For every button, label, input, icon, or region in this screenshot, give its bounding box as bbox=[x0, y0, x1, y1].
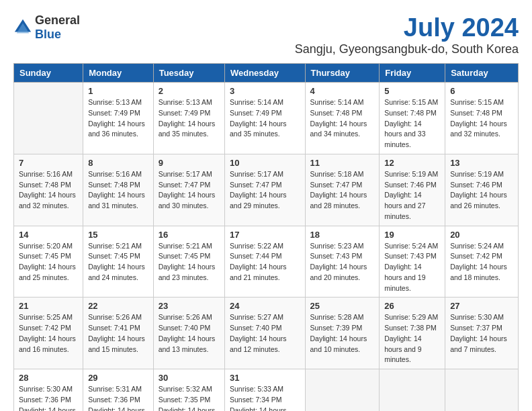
day-info: Sunrise: 5:14 AMSunset: 7:49 PMDaylight:… bbox=[230, 97, 300, 140]
calendar-cell: 12Sunrise: 5:19 AMSunset: 7:46 PMDayligh… bbox=[380, 154, 445, 226]
day-info: Sunrise: 5:24 AMSunset: 7:43 PMDaylight:… bbox=[384, 241, 440, 294]
day-info: Sunrise: 5:21 AMSunset: 7:45 PMDaylight:… bbox=[88, 241, 148, 283]
day-info: Sunrise: 5:17 AMSunset: 7:47 PMDaylight:… bbox=[230, 169, 300, 212]
column-header-saturday: Saturday bbox=[445, 64, 519, 83]
day-number: 19 bbox=[384, 230, 440, 240]
calendar-cell bbox=[305, 369, 380, 412]
week-row-2: 7Sunrise: 5:16 AMSunset: 7:48 PMDaylight… bbox=[14, 154, 519, 226]
day-number: 3 bbox=[230, 86, 300, 96]
day-number: 6 bbox=[450, 86, 513, 96]
column-header-thursday: Thursday bbox=[305, 64, 380, 83]
calendar-cell: 28Sunrise: 5:30 AMSunset: 7:36 PMDayligh… bbox=[14, 369, 83, 412]
week-row-5: 28Sunrise: 5:30 AMSunset: 7:36 PMDayligh… bbox=[14, 369, 519, 412]
header-row: SundayMondayTuesdayWednesdayThursdayFrid… bbox=[14, 64, 519, 83]
day-number: 8 bbox=[88, 158, 148, 168]
day-info: Sunrise: 5:33 AMSunset: 7:34 PMDaylight:… bbox=[230, 384, 300, 411]
day-number: 24 bbox=[230, 301, 300, 311]
day-info: Sunrise: 5:13 AMSunset: 7:49 PMDaylight:… bbox=[88, 97, 148, 140]
day-info: Sunrise: 5:26 AMSunset: 7:40 PMDaylight:… bbox=[159, 312, 220, 355]
title-section: July 2024 Sangju, Gyeongsangbuk-do, Sout… bbox=[295, 13, 519, 56]
day-number: 2 bbox=[159, 86, 220, 96]
calendar-cell bbox=[380, 369, 445, 412]
calendar-cell: 18Sunrise: 5:23 AMSunset: 7:43 PMDayligh… bbox=[305, 226, 380, 298]
day-number: 21 bbox=[19, 301, 78, 311]
day-info: Sunrise: 5:21 AMSunset: 7:45 PMDaylight:… bbox=[159, 241, 220, 283]
day-info: Sunrise: 5:19 AMSunset: 7:46 PMDaylight:… bbox=[450, 169, 513, 212]
day-info: Sunrise: 5:15 AMSunset: 7:48 PMDaylight:… bbox=[450, 97, 513, 140]
calendar-cell bbox=[445, 369, 519, 412]
calendar-cell: 5Sunrise: 5:15 AMSunset: 7:48 PMDaylight… bbox=[380, 83, 445, 154]
day-number: 7 bbox=[19, 158, 78, 168]
calendar-cell: 2Sunrise: 5:13 AMSunset: 7:49 PMDaylight… bbox=[153, 83, 224, 154]
calendar-cell: 1Sunrise: 5:13 AMSunset: 7:49 PMDaylight… bbox=[83, 83, 154, 154]
calendar-cell: 13Sunrise: 5:19 AMSunset: 7:46 PMDayligh… bbox=[445, 154, 519, 226]
day-number: 18 bbox=[310, 230, 375, 240]
day-number: 27 bbox=[450, 301, 513, 311]
day-info: Sunrise: 5:23 AMSunset: 7:43 PMDaylight:… bbox=[310, 241, 375, 283]
logo-icon bbox=[13, 18, 32, 37]
day-info: Sunrise: 5:32 AMSunset: 7:35 PMDaylight:… bbox=[159, 384, 220, 411]
main-title: July 2024 bbox=[295, 13, 519, 42]
day-info: Sunrise: 5:20 AMSunset: 7:45 PMDaylight:… bbox=[19, 241, 78, 283]
day-number: 26 bbox=[384, 301, 440, 311]
calendar-cell: 7Sunrise: 5:16 AMSunset: 7:48 PMDaylight… bbox=[14, 154, 83, 226]
day-info: Sunrise: 5:25 AMSunset: 7:42 PMDaylight:… bbox=[19, 312, 78, 355]
calendar-table: SundayMondayTuesdayWednesdayThursdayFrid… bbox=[13, 63, 519, 411]
week-row-3: 14Sunrise: 5:20 AMSunset: 7:45 PMDayligh… bbox=[14, 226, 519, 298]
calendar-cell: 16Sunrise: 5:21 AMSunset: 7:45 PMDayligh… bbox=[153, 226, 224, 298]
calendar-cell: 9Sunrise: 5:17 AMSunset: 7:47 PMDaylight… bbox=[153, 154, 224, 226]
calendar-cell: 24Sunrise: 5:27 AMSunset: 7:40 PMDayligh… bbox=[224, 298, 305, 369]
day-info: Sunrise: 5:15 AMSunset: 7:48 PMDaylight:… bbox=[384, 97, 440, 150]
day-number: 17 bbox=[230, 230, 300, 240]
day-info: Sunrise: 5:28 AMSunset: 7:39 PMDaylight:… bbox=[310, 312, 375, 355]
day-number: 14 bbox=[19, 230, 78, 240]
day-info: Sunrise: 5:24 AMSunset: 7:42 PMDaylight:… bbox=[450, 241, 513, 283]
day-number: 4 bbox=[310, 86, 375, 96]
calendar-cell bbox=[14, 83, 83, 154]
calendar-cell: 14Sunrise: 5:20 AMSunset: 7:45 PMDayligh… bbox=[14, 226, 83, 298]
day-number: 15 bbox=[88, 230, 148, 240]
day-number: 31 bbox=[230, 373, 300, 383]
calendar-cell: 21Sunrise: 5:25 AMSunset: 7:42 PMDayligh… bbox=[14, 298, 83, 369]
calendar-cell: 23Sunrise: 5:26 AMSunset: 7:40 PMDayligh… bbox=[153, 298, 224, 369]
day-info: Sunrise: 5:26 AMSunset: 7:41 PMDaylight:… bbox=[88, 312, 148, 355]
day-info: Sunrise: 5:18 AMSunset: 7:47 PMDaylight:… bbox=[310, 169, 375, 212]
day-info: Sunrise: 5:22 AMSunset: 7:44 PMDaylight:… bbox=[230, 241, 300, 283]
day-info: Sunrise: 5:14 AMSunset: 7:48 PMDaylight:… bbox=[310, 97, 375, 140]
column-header-friday: Friday bbox=[380, 64, 445, 83]
calendar-cell: 11Sunrise: 5:18 AMSunset: 7:47 PMDayligh… bbox=[305, 154, 380, 226]
calendar-cell: 4Sunrise: 5:14 AMSunset: 7:48 PMDaylight… bbox=[305, 83, 380, 154]
week-row-4: 21Sunrise: 5:25 AMSunset: 7:42 PMDayligh… bbox=[14, 298, 519, 369]
day-info: Sunrise: 5:16 AMSunset: 7:48 PMDaylight:… bbox=[19, 169, 78, 212]
day-number: 11 bbox=[310, 158, 375, 168]
day-info: Sunrise: 5:17 AMSunset: 7:47 PMDaylight:… bbox=[159, 169, 220, 212]
calendar-cell: 10Sunrise: 5:17 AMSunset: 7:47 PMDayligh… bbox=[224, 154, 305, 226]
column-header-tuesday: Tuesday bbox=[153, 64, 224, 83]
page-header: General Blue July 2024 Sangju, Gyeongsan… bbox=[13, 13, 519, 56]
calendar-cell: 22Sunrise: 5:26 AMSunset: 7:41 PMDayligh… bbox=[83, 298, 154, 369]
day-number: 20 bbox=[450, 230, 513, 240]
day-number: 5 bbox=[384, 86, 440, 96]
subtitle: Sangju, Gyeongsangbuk-do, South Korea bbox=[295, 42, 519, 56]
day-number: 1 bbox=[88, 86, 148, 96]
day-info: Sunrise: 5:27 AMSunset: 7:40 PMDaylight:… bbox=[230, 312, 300, 355]
calendar-cell: 20Sunrise: 5:24 AMSunset: 7:42 PMDayligh… bbox=[445, 226, 519, 298]
day-number: 23 bbox=[159, 301, 220, 311]
calendar-cell: 27Sunrise: 5:30 AMSunset: 7:37 PMDayligh… bbox=[445, 298, 519, 369]
day-info: Sunrise: 5:30 AMSunset: 7:36 PMDaylight:… bbox=[19, 384, 78, 411]
day-number: 9 bbox=[159, 158, 220, 168]
calendar-cell: 31Sunrise: 5:33 AMSunset: 7:34 PMDayligh… bbox=[224, 369, 305, 412]
day-number: 12 bbox=[384, 158, 440, 168]
calendar-cell: 3Sunrise: 5:14 AMSunset: 7:49 PMDaylight… bbox=[224, 83, 305, 154]
calendar-cell: 30Sunrise: 5:32 AMSunset: 7:35 PMDayligh… bbox=[153, 369, 224, 412]
day-info: Sunrise: 5:31 AMSunset: 7:36 PMDaylight:… bbox=[88, 384, 148, 411]
day-info: Sunrise: 5:16 AMSunset: 7:48 PMDaylight:… bbox=[88, 169, 148, 212]
calendar-cell: 25Sunrise: 5:28 AMSunset: 7:39 PMDayligh… bbox=[305, 298, 380, 369]
calendar-cell: 17Sunrise: 5:22 AMSunset: 7:44 PMDayligh… bbox=[224, 226, 305, 298]
logo: General Blue bbox=[13, 13, 80, 42]
day-number: 10 bbox=[230, 158, 300, 168]
calendar-cell: 6Sunrise: 5:15 AMSunset: 7:48 PMDaylight… bbox=[445, 83, 519, 154]
column-header-sunday: Sunday bbox=[14, 64, 83, 83]
day-number: 30 bbox=[159, 373, 220, 383]
calendar-cell: 26Sunrise: 5:29 AMSunset: 7:38 PMDayligh… bbox=[380, 298, 445, 369]
